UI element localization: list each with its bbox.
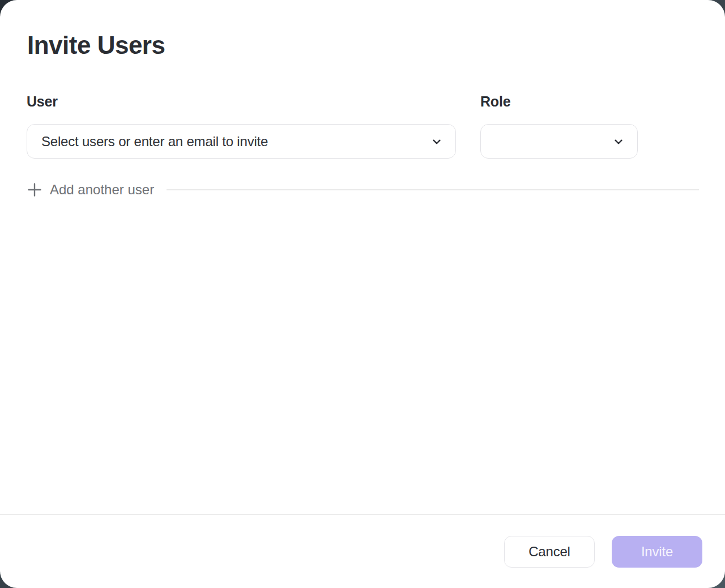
- chevron-down-icon: [612, 135, 625, 148]
- add-another-user-label: Add another user: [50, 182, 154, 198]
- add-another-user-row: Add another user: [27, 180, 699, 199]
- role-field-label: Role: [480, 93, 510, 110]
- invite-button[interactable]: Invite: [612, 536, 702, 568]
- role-select[interactable]: [480, 124, 638, 159]
- invite-users-dialog: Invite Users User Role Select users or e…: [0, 0, 725, 588]
- cancel-button[interactable]: Cancel: [504, 536, 595, 568]
- plus-icon: [27, 182, 42, 198]
- divider: [167, 189, 699, 190]
- user-select-placeholder: Select users or enter an email to invite: [27, 134, 268, 150]
- chevron-down-icon: [430, 135, 443, 148]
- footer-divider: [0, 514, 725, 515]
- dialog-title: Invite Users: [27, 32, 165, 59]
- user-field-label: User: [27, 93, 58, 110]
- user-select[interactable]: Select users or enter an email to invite: [27, 124, 456, 159]
- add-another-user-button[interactable]: Add another user: [27, 182, 154, 198]
